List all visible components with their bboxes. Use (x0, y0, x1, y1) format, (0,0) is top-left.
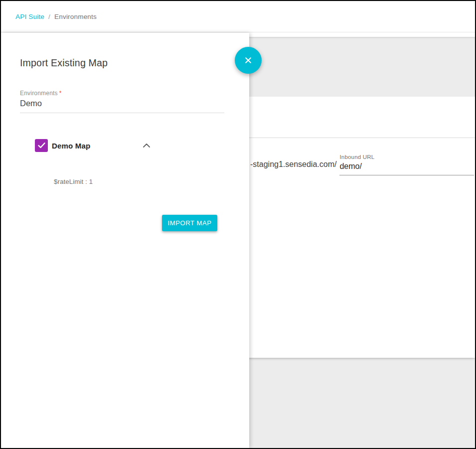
breadcrumb-api-suite[interactable]: API Suite (15, 13, 44, 20)
main-area: -staging1.sensedia.com/ Inbound URL demo… (1, 33, 475, 448)
environments-field-label: Environments* (20, 90, 224, 97)
import-map-drawer: Import Existing Map Environments* Demo D… (1, 33, 249, 448)
inbound-url-input[interactable]: demo/ (339, 162, 474, 175)
breadcrumb-environments: Environments (54, 13, 97, 20)
map-collapse-button[interactable] (141, 140, 152, 151)
check-icon (38, 143, 45, 149)
inbound-url-field[interactable]: Inbound URL demo/ (339, 154, 474, 175)
map-checkbox[interactable] (35, 139, 48, 152)
topbar: API Suite / Environments (1, 1, 475, 32)
chevron-up-icon (143, 144, 150, 148)
map-name-label: Demo Map (52, 142, 90, 150)
x-icon (244, 56, 253, 65)
import-map-button[interactable]: IMPORT MAP (162, 215, 217, 231)
breadcrumb-separator: / (48, 13, 50, 20)
map-rate-limit-detail: $rateLimit : 1 (54, 178, 93, 185)
inbound-url-label: Inbound URL (339, 154, 474, 160)
environments-field: Environments* Demo (20, 90, 224, 113)
app-window: API Suite / Environments -staging1.sense… (0, 0, 476, 449)
environments-input[interactable]: Demo (20, 99, 224, 113)
drawer-title: Import Existing Map (20, 57, 108, 69)
map-list-item: Demo Map (35, 139, 90, 152)
required-asterisk: * (59, 90, 62, 97)
inbound-url-row: -staging1.sensedia.com/ Inbound URL demo… (250, 154, 474, 175)
breadcrumb: API Suite / Environments (15, 13, 97, 20)
inbound-host-suffix: -staging1.sensedia.com/ (250, 160, 336, 175)
close-button[interactable] (235, 47, 262, 74)
